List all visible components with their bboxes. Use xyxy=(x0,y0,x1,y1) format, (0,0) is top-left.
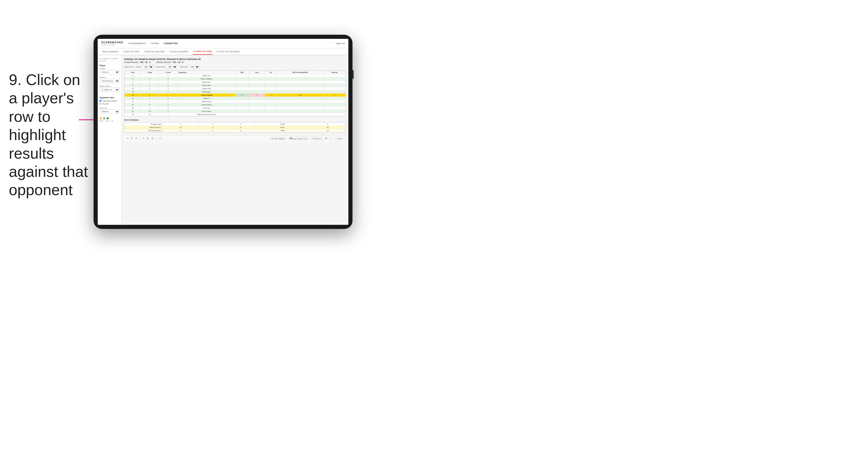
nav-item-tournaments[interactable]: TOURNAMENTS xyxy=(128,41,146,45)
opponent-view-title: Opponent view xyxy=(99,96,120,99)
division-dropdown[interactable]: NCAA Division III xyxy=(99,79,120,83)
ood-table-wrapper: Foreign Team 1 0 0 4.500 2 NAIA Division… xyxy=(124,122,346,133)
dot-up xyxy=(106,117,109,120)
conference-select[interactable]: (All) xyxy=(166,65,178,68)
last-updated: Last Updated: 27/03/2024 16:55:28 xyxy=(99,58,120,62)
grid-table-wrapper: # Div # Reg # Conf Opponent Win Loss Tie… xyxy=(124,70,346,117)
left-panel: Last Updated: 27/03/2024 16:55:28 Player… xyxy=(98,55,122,225)
th-opponent: Opponent xyxy=(178,71,235,74)
overall-record-label: Overall Record: 353 - 34 - 6 xyxy=(124,61,150,63)
nav-item-committee[interactable]: COMMITTEE xyxy=(164,41,178,45)
colour-by-section: Colour by Win/loss Down Level Up xyxy=(99,107,120,122)
grid-area: Katelyn Vo Head-to-Head Grid for Women's… xyxy=(122,55,348,225)
share-icon: ↗ xyxy=(335,137,337,139)
th-conf: # Conf xyxy=(158,71,178,74)
table-row[interactable]: 5 2 2 Alexis Sudijanto xyxy=(125,77,346,81)
table-row[interactable]: NCAA Division 2 5 0 0 7.400 10 xyxy=(125,129,346,132)
save-custom-view-button[interactable]: 💾 Save Custom View xyxy=(288,137,309,140)
region-filter: Region (All) xyxy=(136,65,154,68)
table-row[interactable]: NAIA Division 1 15 0 0 9.267 30 xyxy=(125,126,346,129)
annotation-body: Click on a player's row to highlight res… xyxy=(9,71,88,198)
player-rank-dropdown[interactable]: 8. Katelyn Vo xyxy=(99,88,120,92)
gender-dropdown[interactable]: Women's xyxy=(99,70,120,74)
table-row[interactable]: 16 9 1 Jessica Mason xyxy=(125,103,346,106)
watch-button[interactable]: 👁 Watch ▾ xyxy=(311,137,323,140)
table-row[interactable]: 19 10 6 Emily Chang xyxy=(125,110,346,113)
th-diff: Diff Av Strokes/Rnd xyxy=(277,71,324,74)
gender-label: Gender xyxy=(99,68,120,69)
watch-icon: 👁 xyxy=(312,138,314,139)
th-loss: Loss xyxy=(249,71,265,74)
division-label: Division xyxy=(99,76,120,78)
toolbar-separator-2 xyxy=(156,137,157,141)
grid-icon[interactable]: ⊞ xyxy=(325,137,327,140)
table-row-highlighted[interactable]: 13 1 Jessica Huang 0 1 0 -3.00 2 xyxy=(125,94,346,97)
opponents-label: Opponents: xyxy=(124,66,133,68)
chevron-down-icon: ▾ xyxy=(320,137,321,139)
paste-icon[interactable]: 📋 xyxy=(151,137,154,140)
table-row[interactable]: 20 11 7 Federica Domecq Lacroze xyxy=(125,113,346,116)
th-tie: Tie xyxy=(265,71,277,74)
sub-nav-player-h2h-heatmap[interactable]: PLAYER H2H HEATMAP xyxy=(216,48,240,55)
th-rounds: Rounds xyxy=(323,71,345,74)
table-row[interactable]: 9 1 4 Sharon Mun xyxy=(125,84,346,87)
table-row[interactable]: Foreign Team 1 0 0 4.500 2 xyxy=(125,123,346,126)
division-record-label: Division Record: 331 - 34 - 6 xyxy=(156,61,183,63)
main-content: Last Updated: 27/03/2024 16:55:28 Player… xyxy=(98,55,348,225)
tablet-frame: SCOREBOARD Powered by clippi TOURNAMENTS… xyxy=(94,35,352,229)
th-reg: # Reg xyxy=(141,71,158,74)
th-div: # Div xyxy=(125,71,141,74)
table-row[interactable]: 10 6 3 Andrea York xyxy=(125,87,346,90)
filters-row: Opponents: Region (All) Conference (All) xyxy=(124,65,346,68)
scissors-icon[interactable]: ✂ xyxy=(143,137,145,140)
ood-table: Foreign Team 1 0 0 4.500 2 NAIA Division… xyxy=(124,122,346,132)
dot-level xyxy=(103,117,105,120)
table-row[interactable]: 13 1 Heejo Hyun xyxy=(125,90,346,94)
region-select[interactable]: (All) xyxy=(142,65,154,68)
annotation-text: 9. Click on a player's row to highlight … xyxy=(9,71,88,199)
grid-table: # Div # Reg # Conf Opponent Win Loss Tie… xyxy=(124,71,346,116)
sub-nav-player-summary[interactable]: PLAYER SUMMARY xyxy=(169,48,189,55)
annotation-number: 9. xyxy=(9,71,22,88)
clock-icon[interactable]: 🕐 xyxy=(159,137,162,140)
view-original-button[interactable]: 👁 View: Original xyxy=(270,137,286,140)
undo-icon[interactable]: ↩ xyxy=(126,137,129,140)
save-icon: 💾 xyxy=(290,137,292,139)
sub-nav: TEAM SUMMARY TEAM H2H GRID TEAM H2H HEAT… xyxy=(98,48,348,55)
radio-opponents-played[interactable]: Opponents Played xyxy=(99,100,120,102)
conference-filter: Conference (All) xyxy=(156,65,178,68)
history-icon[interactable]: ⟳ xyxy=(135,137,137,140)
copy-icon[interactable]: ⧉ xyxy=(147,137,149,140)
table-row[interactable]: 14 7 4 Eunice Yi xyxy=(125,97,346,100)
table-row[interactable]: 18 2 2 Euna Lee xyxy=(125,106,346,110)
colour-by-dropdown[interactable]: Win/loss xyxy=(99,110,120,114)
sub-nav-team-h2h-heatmap[interactable]: TEAM H2H HEATMAP xyxy=(144,48,166,55)
legend-dots xyxy=(99,117,120,120)
eye-icon: 👁 xyxy=(271,138,273,139)
nav-items: TOURNAMENTS TEAMS COMMITTEE xyxy=(128,41,334,45)
share-button[interactable]: ↗ Share xyxy=(334,137,344,140)
expand-icon[interactable]: ⤢ xyxy=(330,137,332,140)
tablet-screen: SCOREBOARD Powered by clippi TOURNAMENTS… xyxy=(98,39,348,225)
logo: SCOREBOARD Powered by clippi xyxy=(101,41,123,46)
legend-labels: Down Level Up xyxy=(99,120,120,122)
redo-icon[interactable]: ↻ xyxy=(131,137,133,140)
toolbar-separator xyxy=(140,137,140,141)
table-row[interactable]: 3 1 Esther Lee xyxy=(125,74,346,77)
opponent-select[interactable]: (All) xyxy=(188,65,200,68)
dot-down xyxy=(99,117,102,120)
sub-nav-player-h2h-grid[interactable]: PLAYER H2H GRID xyxy=(193,48,212,55)
record-row: Overall Record: 353 - 34 - 6 Division Re… xyxy=(124,61,346,63)
out-of-division-title: Out of division xyxy=(124,119,346,121)
sub-nav-team-summary[interactable]: TEAM SUMMARY xyxy=(101,48,119,55)
bottom-toolbar: ↩ ↻ ⟳ ✂ ⧉ 📋 🕐 👁 View: Original 💾 xyxy=(124,135,346,142)
player-section-title: Player xyxy=(99,64,120,66)
nav-item-teams[interactable]: TEAMS xyxy=(151,41,159,45)
table-row[interactable]: 6 1 3 Sydney Kuo xyxy=(125,81,346,84)
radio-top100[interactable]: Top 100 xyxy=(99,103,120,105)
colour-by-label: Colour by xyxy=(99,107,120,109)
sub-nav-team-h2h-grid[interactable]: TEAM H2H GRID xyxy=(123,48,140,55)
opponent-view-section: Opponent view Opponents Played Top 100 xyxy=(99,96,120,105)
table-row[interactable]: 15 8 5 Stella Cheng xyxy=(125,100,346,103)
sign-out-button[interactable]: Sign out xyxy=(334,42,345,45)
